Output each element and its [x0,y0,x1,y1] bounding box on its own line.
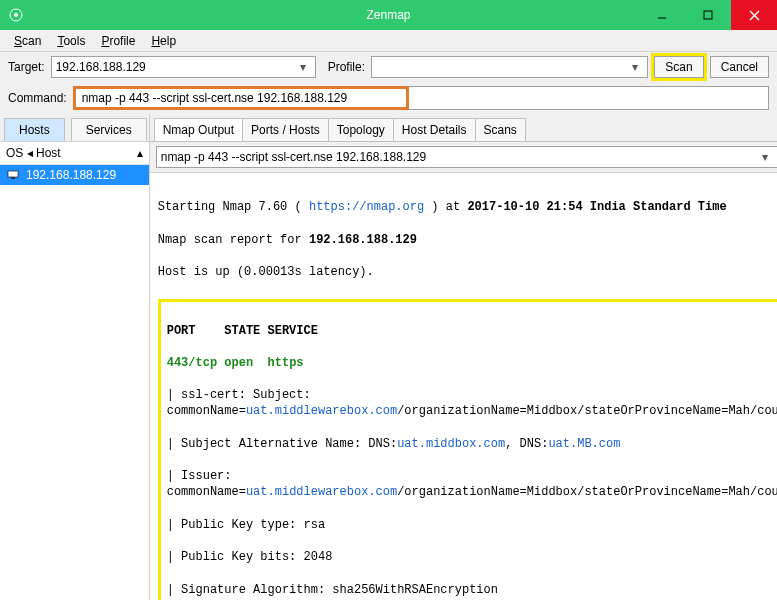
host-list: 192.168.188.129 [0,165,149,600]
left-tabs: Hosts Services [0,114,149,142]
highlighted-output: PORT STATE SERVICE 443/tcp open https | … [158,299,777,600]
window-controls [639,0,777,30]
output-toolbar: nmap -p 443 --script ssl-cert.nse 192.16… [150,142,777,173]
tab-nmap-output[interactable]: Nmap Output [154,118,243,141]
target-toolbar: Target: 192.168.188.129 ▾ Profile: ▾ Sca… [0,52,777,82]
target-value: 192.168.188.129 [56,60,146,74]
svg-point-1 [14,13,18,17]
output-line: PORT STATE SERVICE [167,323,777,339]
profile-combo[interactable]: ▾ [371,56,648,78]
profile-label: Profile: [328,60,365,74]
output-line: | Issuer: commonName=uat.middlewarebox.c… [167,468,777,500]
tab-host-details[interactable]: Host Details [393,118,476,141]
tab-scans[interactable]: Scans [475,118,526,141]
close-button[interactable] [731,0,777,30]
output-line: Starting Nmap 7.60 ( https://nmap.org ) … [158,199,777,215]
main-area: Hosts Services OS ◂ Host ▴ 192.168.188.1… [0,114,777,600]
sort-arrow-icon: ▴ [137,146,143,160]
titlebar: Zenmap [0,0,777,30]
output-line: 443/tcp open https [167,355,777,371]
menu-profile[interactable]: Profile [95,32,141,50]
left-pane: Hosts Services OS ◂ Host ▴ 192.168.188.1… [0,114,150,600]
scan-history-combo[interactable]: nmap -p 443 --script ssl-cert.nse 192.16… [156,146,777,168]
chevron-down-icon: ▾ [295,60,311,74]
nmap-url[interactable]: https://nmap.org [309,200,424,214]
target-label: Target: [8,60,45,74]
output-tabs: Nmap Output Ports / Hosts Topology Host … [150,114,777,142]
command-toolbar: Command: nmap -p 443 --script ssl-cert.n… [0,82,777,114]
output-line: | ssl-cert: Subject: commonName=uat.midd… [167,387,777,419]
app-icon [8,7,24,23]
output-line: | Subject Alternative Name: DNS:uat.midd… [167,436,777,452]
nmap-output[interactable]: Starting Nmap 7.60 ( https://nmap.org ) … [150,173,777,600]
chevron-down-icon: ▾ [757,150,773,164]
maximize-button[interactable] [685,0,731,30]
output-line: Nmap scan report for 192.168.188.129 [158,232,777,248]
cancel-button[interactable]: Cancel [710,56,769,78]
menu-scan[interactable]: Scan [8,32,47,50]
svg-rect-7 [11,177,15,179]
host-ip: 192.168.188.129 [26,168,116,182]
chevron-down-icon: ▾ [627,60,643,74]
right-pane: Nmap Output Ports / Hosts Topology Host … [150,114,777,600]
tab-ports-hosts[interactable]: Ports / Hosts [242,118,329,141]
menubar: Scan Tools Profile Help [0,30,777,52]
output-line: | Public Key type: rsa [167,517,777,533]
menu-help[interactable]: Help [145,32,182,50]
menu-tools[interactable]: Tools [51,32,91,50]
command-value: nmap -p 443 --script ssl-cert.nse 192.16… [82,91,347,105]
tab-topology[interactable]: Topology [328,118,394,141]
window-title: Zenmap [366,8,410,22]
svg-rect-3 [704,11,712,19]
host-icon [6,168,20,182]
host-list-header[interactable]: OS ◂ Host ▴ [0,142,149,165]
command-input-rest[interactable] [409,86,769,110]
minimize-button[interactable] [639,0,685,30]
tab-services[interactable]: Services [71,118,147,141]
host-list-item[interactable]: 192.168.188.129 [0,165,149,185]
command-label: Command: [8,91,67,105]
scan-button[interactable]: Scan [654,56,703,78]
tab-hosts[interactable]: Hosts [4,118,65,141]
target-combo[interactable]: 192.168.188.129 ▾ [51,56,316,78]
command-input[interactable]: nmap -p 443 --script ssl-cert.nse 192.16… [73,86,409,110]
scan-history-value: nmap -p 443 --script ssl-cert.nse 192.16… [161,150,426,164]
output-line: Host is up (0.00013s latency). [158,264,777,280]
output-line: | Signature Algorithm: sha256WithRSAEncr… [167,582,777,598]
svg-rect-6 [8,171,18,177]
output-line: | Public Key bits: 2048 [167,549,777,565]
